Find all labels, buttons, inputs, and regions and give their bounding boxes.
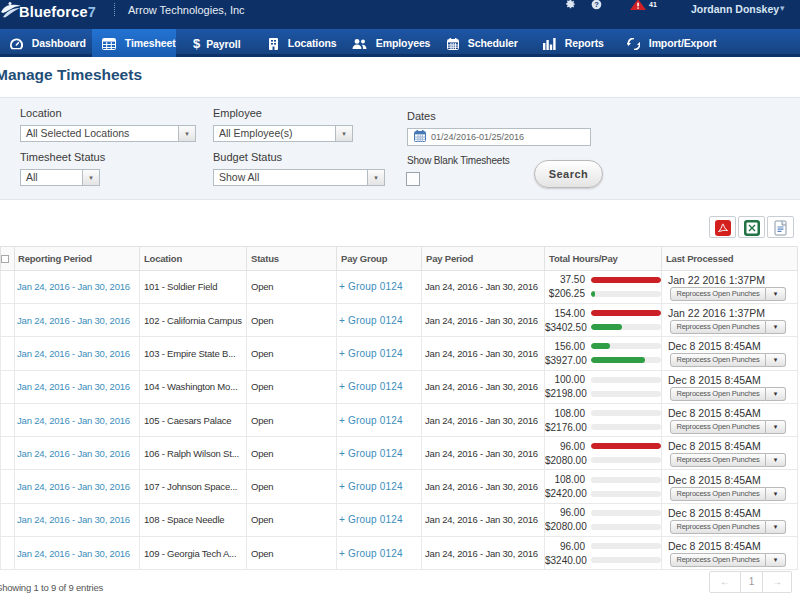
svg-text:?: ?: [594, 0, 599, 9]
